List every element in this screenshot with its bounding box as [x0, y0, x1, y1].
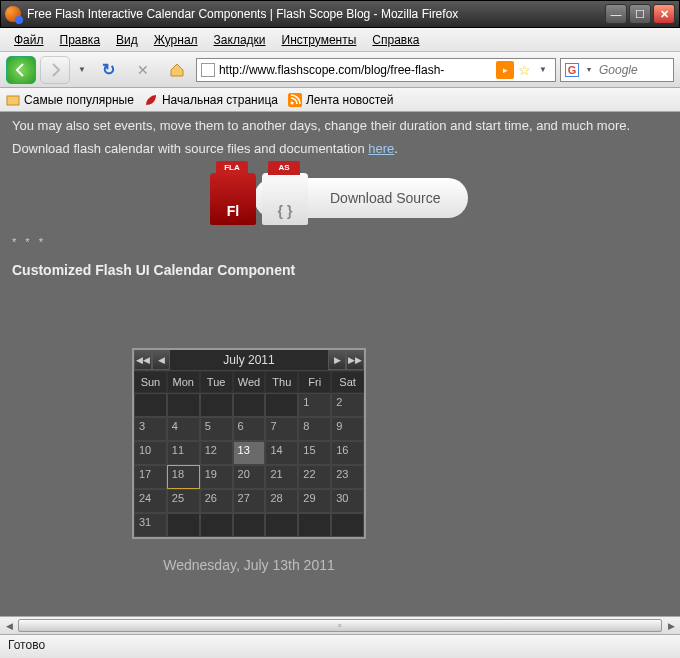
calendar-day[interactable]: 2 — [331, 393, 364, 417]
bookmark-home[interactable]: Начальная страница — [144, 93, 278, 107]
navigation-toolbar: ▼ ↻ ✕ http://www.flashscope.com/blog/fre… — [0, 52, 680, 88]
menu-history[interactable]: Журнал — [146, 31, 206, 49]
address-bar[interactable]: http://www.flashscope.com/blog/free-flas… — [196, 58, 556, 82]
calendar-day[interactable]: 25 — [167, 489, 200, 513]
menu-file[interactable]: Файл — [6, 31, 52, 49]
download-label: Download Source — [330, 190, 441, 206]
minimize-button[interactable]: — — [605, 4, 627, 24]
search-box[interactable]: G ▾ — [560, 58, 674, 82]
calendar-day[interactable]: 31 — [134, 513, 167, 537]
calendar-day[interactable]: 22 — [298, 465, 331, 489]
separator-stars: * * * — [12, 236, 668, 248]
calendar-weekday: Wed — [233, 371, 266, 393]
scroll-left-button[interactable]: ◀ — [0, 617, 18, 634]
calendar-day[interactable]: 27 — [233, 489, 266, 513]
calendar-next-month-button[interactable]: ▶ — [328, 350, 346, 370]
calendar-day[interactable]: 17 — [134, 465, 167, 489]
menu-help[interactable]: Справка — [364, 31, 427, 49]
calendar-weekday: Thu — [265, 371, 298, 393]
as-file-icon: AS { } — [262, 173, 308, 225]
rss-icon — [288, 93, 302, 107]
menu-tools[interactable]: Инструменты — [274, 31, 365, 49]
menu-edit[interactable]: Правка — [52, 31, 109, 49]
calendar-day[interactable]: 12 — [200, 441, 233, 465]
menu-view[interactable]: Вид — [108, 31, 146, 49]
download-here-link[interactable]: here — [368, 141, 394, 156]
calendar-day[interactable]: 20 — [233, 465, 266, 489]
calendar-day[interactable]: 16 — [331, 441, 364, 465]
horizontal-scrollbar[interactable]: ◀ ≡ ▶ — [0, 616, 680, 634]
calendar-weekday: Mon — [167, 371, 200, 393]
page-icon — [201, 63, 215, 77]
rss-icon[interactable]: ▸ — [496, 61, 514, 79]
svg-point-2 — [290, 101, 293, 104]
search-input[interactable] — [599, 63, 669, 77]
calendar-day[interactable]: 6 — [233, 417, 266, 441]
url-dropdown-icon[interactable]: ▼ — [535, 65, 551, 74]
calendar-day[interactable]: 5 — [200, 417, 233, 441]
menu-bookmarks[interactable]: Закладки — [206, 31, 274, 49]
menu-bar: Файл Правка Вид Журнал Закладки Инструме… — [0, 28, 680, 52]
calendar-day[interactable]: 29 — [298, 489, 331, 513]
window-title: Free Flash Interactive Calendar Componen… — [27, 7, 605, 21]
calendar-day[interactable]: 19 — [200, 465, 233, 489]
calendar-day[interactable]: 15 — [298, 441, 331, 465]
calendar-weekday: Tue — [200, 371, 233, 393]
calendar-day[interactable]: 4 — [167, 417, 200, 441]
calendar-day[interactable]: 3 — [134, 417, 167, 441]
maximize-button[interactable]: ☐ — [629, 4, 651, 24]
arrow-right-icon — [47, 62, 63, 78]
calendar-day[interactable]: 14 — [265, 441, 298, 465]
google-icon: G — [565, 63, 579, 77]
calendar-day[interactable]: 21 — [265, 465, 298, 489]
close-button[interactable]: ✕ — [653, 4, 675, 24]
status-text: Готово — [8, 638, 45, 652]
calendar-day[interactable]: 26 — [200, 489, 233, 513]
calendar-day[interactable]: 28 — [265, 489, 298, 513]
calendar-prev-month-button[interactable]: ◀ — [152, 350, 170, 370]
calendar-day[interactable]: 23 — [331, 465, 364, 489]
calendar-day[interactable]: 10 — [134, 441, 167, 465]
calendar-day[interactable]: 8 — [298, 417, 331, 441]
bookmarks-toolbar: Самые популярные Начальная страница Лент… — [0, 88, 680, 112]
calendar-day[interactable]: 11 — [167, 441, 200, 465]
forward-button[interactable] — [40, 56, 70, 84]
svg-rect-0 — [7, 96, 19, 105]
back-button[interactable] — [6, 56, 36, 84]
arrow-left-icon — [13, 62, 29, 78]
folder-icon — [6, 93, 20, 107]
calendar-day[interactable]: 9 — [331, 417, 364, 441]
download-source-button[interactable]: Download Source FLA Fl AS { } — [210, 174, 470, 222]
content-line2: Download flash calendar with source file… — [12, 141, 668, 156]
home-icon — [169, 62, 185, 78]
calendar-widget[interactable]: ◀◀ ◀ July 2011 ▶ ▶▶ SunMonTueWedThuFriSa… — [132, 348, 366, 539]
url-text: http://www.flashscope.com/blog/free-flas… — [219, 63, 492, 77]
calendar-weekday: Sat — [331, 371, 364, 393]
leaf-icon — [144, 93, 158, 107]
bookmark-star-icon[interactable]: ☆ — [518, 62, 531, 78]
history-dropdown-icon[interactable]: ▼ — [74, 65, 90, 74]
calendar-next-year-button[interactable]: ▶▶ — [346, 350, 364, 370]
status-bar: Готово — [0, 634, 680, 658]
home-button[interactable] — [162, 56, 192, 84]
calendar-day[interactable]: 24 — [134, 489, 167, 513]
window-titlebar: Free Flash Interactive Calendar Componen… — [0, 0, 680, 28]
calendar-day[interactable]: 18 — [167, 465, 200, 489]
calendar-prev-year-button[interactable]: ◀◀ — [134, 350, 152, 370]
scroll-right-button[interactable]: ▶ — [662, 617, 680, 634]
content-line1: You may also set events, move them to an… — [12, 118, 668, 133]
bookmark-popular[interactable]: Самые популярные — [6, 93, 134, 107]
section-subheading: Customized Flash UI Calendar Component — [12, 262, 668, 278]
calendar-day[interactable]: 30 — [331, 489, 364, 513]
calendar-weekday: Fri — [298, 371, 331, 393]
selected-date-label: Wednesday, July 13th 2011 — [84, 557, 414, 573]
scroll-thumb[interactable]: ≡ — [18, 619, 662, 632]
calendar-day[interactable]: 7 — [265, 417, 298, 441]
reload-button[interactable]: ↻ — [94, 56, 124, 84]
stop-button[interactable]: ✕ — [128, 56, 158, 84]
calendar-day[interactable]: 1 — [298, 393, 331, 417]
calendar-title: July 2011 — [170, 353, 328, 367]
calendar-day[interactable]: 13 — [233, 441, 266, 465]
bookmark-feed[interactable]: Лента новостей — [288, 93, 394, 107]
search-engine-dropdown-icon[interactable]: ▾ — [583, 65, 595, 74]
